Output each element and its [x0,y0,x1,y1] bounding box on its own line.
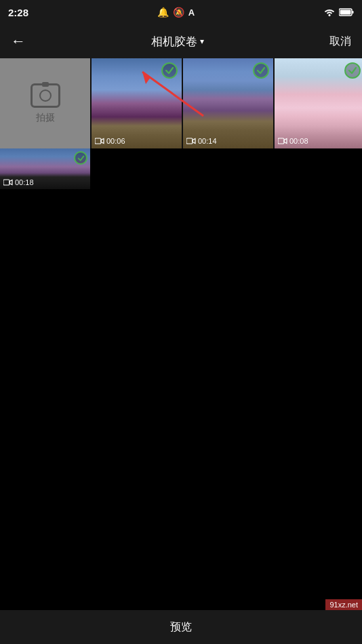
back-button[interactable]: ← [11,33,26,50]
notification-icon: 🔔 [157,7,169,18]
video-camera-icon [95,138,104,144]
bottom-bar: 预览 [0,610,362,644]
notification-outline-icon: 🔕 [173,7,184,18]
video-camera-icon3 [278,138,287,144]
duration-badge-video4: 00:18 [3,178,34,186]
svg-rect-7 [3,180,9,185]
status-bar: 2:28 🔔 🔕 A [0,0,362,24]
selection-badge-video1 [161,62,178,79]
selection-badge-video3 [344,62,361,79]
nav-bar: ← 相机胶卷 ▾ 取消 [0,24,362,58]
status-time: 2:28 [8,7,28,18]
duration-badge-video2: 00:14 [186,137,217,145]
duration-badge-video1: 00:06 [95,137,125,145]
video-camera-icon4 [3,179,13,186]
status-icons: 🔔 🔕 A [157,7,195,18]
wifi-icon [323,7,336,17]
duration-badge-video3: 00:08 [278,137,308,145]
media-item-video4[interactable]: 00:18 [0,148,90,189]
svg-point-0 [328,14,330,16]
capture-label: 拍摄 [36,112,55,124]
svg-rect-4 [95,138,101,144]
selection-badge-video2 [253,62,269,79]
media-item-video3[interactable]: 00:08 [275,58,362,148]
preview-label[interactable]: 预览 [170,620,192,635]
svg-rect-2 [352,11,353,14]
a-icon: A [188,7,195,18]
chevron-down-icon[interactable]: ▾ [200,37,204,46]
video-camera-icon2 [186,138,196,144]
media-grid-row2: 00:18 [0,148,362,189]
battery-icon [339,8,354,16]
media-item-video1[interactable]: 00:06 [92,58,182,148]
cancel-button[interactable]: 取消 [329,35,351,49]
capture-cell[interactable]: 拍摄 [0,58,90,148]
svg-rect-6 [278,138,284,144]
black-area [0,189,362,596]
selection-badge-video4 [74,151,87,165]
svg-rect-5 [186,138,193,144]
empty-area [92,148,362,189]
nav-title-text: 相机胶卷 [151,34,197,49]
media-item-video2[interactable]: 00:14 [183,58,273,148]
status-right-icons [323,7,354,17]
media-grid-row1: 拍摄 00:06 00:1 [0,58,362,148]
camera-icon [31,83,60,108]
nav-title: 相机胶卷 ▾ [151,34,204,49]
svg-rect-3 [340,10,350,15]
watermark: 91xz.net [325,599,362,610]
